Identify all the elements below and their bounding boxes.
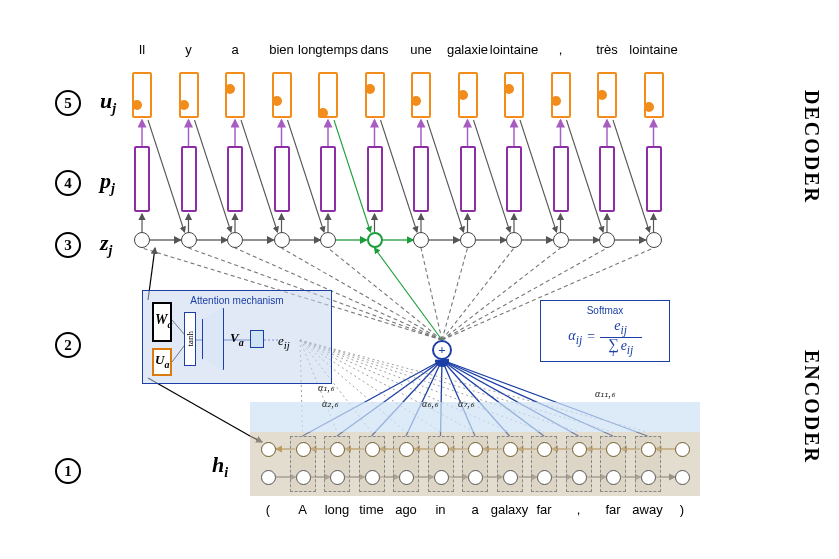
h-top-9 [572, 442, 587, 457]
u-dot-8 [504, 84, 514, 94]
source-word-3: time [359, 502, 384, 517]
target-word-2: a [231, 42, 238, 57]
target-word-8: lointaine [490, 42, 538, 57]
h-top-10 [606, 442, 621, 457]
z-node-3 [274, 232, 290, 248]
source-word-4: ago [395, 502, 417, 517]
p-box-8 [506, 146, 522, 212]
p-box-1 [181, 146, 197, 212]
u-box-6 [411, 72, 431, 118]
u-box-9 [551, 72, 571, 118]
softmax-title: Softmax [549, 305, 661, 316]
svg-line-38 [288, 120, 325, 232]
u-dot-6 [411, 96, 421, 106]
svg-line-54 [442, 248, 514, 340]
source-word-8: far [536, 502, 551, 517]
source-word-0: ( [266, 502, 270, 517]
h-bot-6 [468, 470, 483, 485]
z-node-4 [320, 232, 336, 248]
p-box-9 [553, 146, 569, 212]
h-top-5 [434, 442, 449, 457]
u-dot-10 [597, 90, 607, 100]
h-bot-8 [537, 470, 552, 485]
va-rect [250, 330, 264, 348]
h-bot-7 [503, 470, 518, 485]
p-box-0 [134, 146, 150, 212]
h-top-2 [330, 442, 345, 457]
target-word-3: bien [269, 42, 294, 57]
target-word-5: dans [360, 42, 388, 57]
svg-line-43 [520, 120, 557, 232]
u-dot-9 [551, 96, 561, 106]
h-top-1 [296, 442, 311, 457]
softmax-box: Softmax αij = eij ∑ i eij [540, 300, 670, 362]
u-dot-11 [644, 102, 654, 112]
z-node-0 [134, 232, 150, 248]
h-top-3 [365, 442, 380, 457]
alpha-1-6: α₁,₆ [318, 382, 334, 393]
h-bot-10 [606, 470, 621, 485]
h-top-0 [261, 442, 276, 457]
target-word-4: longtemps [298, 42, 358, 57]
softmax-equation: αij = eij ∑ i eij [549, 318, 661, 357]
svg-line-36 [195, 120, 232, 232]
tanh-box: tanh [184, 312, 196, 366]
h-bot-0 [261, 470, 276, 485]
u-dot-2 [225, 84, 235, 94]
alpha-2-6: α₂,₆ [322, 398, 338, 409]
z-node-7 [460, 232, 476, 248]
p-box-5 [367, 146, 383, 212]
svg-line-42 [474, 120, 511, 232]
va-label: Va [230, 330, 244, 348]
u-box-0 [132, 72, 152, 118]
source-word-6: a [471, 502, 478, 517]
u-dot-0 [132, 100, 142, 110]
u-dot-4 [318, 108, 328, 118]
target-word-7: galaxie [447, 42, 488, 57]
svg-line-44 [567, 120, 604, 232]
target-word-0: Il [139, 42, 146, 57]
z-node-10 [599, 232, 615, 248]
target-word-1: y [185, 42, 192, 57]
h-bot-3 [365, 470, 380, 485]
alpha-6-6: α₆,₆ [422, 398, 438, 409]
z-node-2 [227, 232, 243, 248]
alpha-7-6: α₇,₆ [458, 398, 474, 409]
u-box-3 [272, 72, 292, 118]
wa-label: Wa [155, 312, 172, 330]
encoder-attn-band [250, 402, 700, 432]
svg-line-105 [148, 378, 250, 436]
h-top-11 [641, 442, 656, 457]
svg-line-45 [613, 120, 650, 232]
u-box-2 [225, 72, 245, 118]
p-box-10 [599, 146, 615, 212]
svg-line-40 [381, 120, 418, 232]
h-top-7 [503, 442, 518, 457]
p-box-11 [646, 146, 662, 212]
source-word-11: away [632, 502, 662, 517]
z-node-8 [506, 232, 522, 248]
z-node-1 [181, 232, 197, 248]
svg-line-39 [334, 120, 371, 232]
p-box-3 [274, 146, 290, 212]
source-word-7: galaxy [491, 502, 529, 517]
target-word-9: , [559, 42, 563, 57]
p-box-6 [413, 146, 429, 212]
target-word-10: très [596, 42, 618, 57]
u-dot-5 [365, 84, 375, 94]
p-box-4 [320, 146, 336, 212]
ua-label: Ua [155, 352, 169, 370]
svg-line-35 [148, 120, 185, 232]
h-top-4 [399, 442, 414, 457]
target-word-6: une [410, 42, 432, 57]
p-box-7 [460, 146, 476, 212]
source-word-9: , [577, 502, 581, 517]
u-dot-7 [458, 90, 468, 100]
source-word-5: in [435, 502, 445, 517]
h-bot-2 [330, 470, 345, 485]
z-node-5 [367, 232, 383, 248]
h-bot-5 [434, 470, 449, 485]
u-box-8 [504, 72, 524, 118]
plus-node: + [432, 340, 452, 360]
h-top-6 [468, 442, 483, 457]
